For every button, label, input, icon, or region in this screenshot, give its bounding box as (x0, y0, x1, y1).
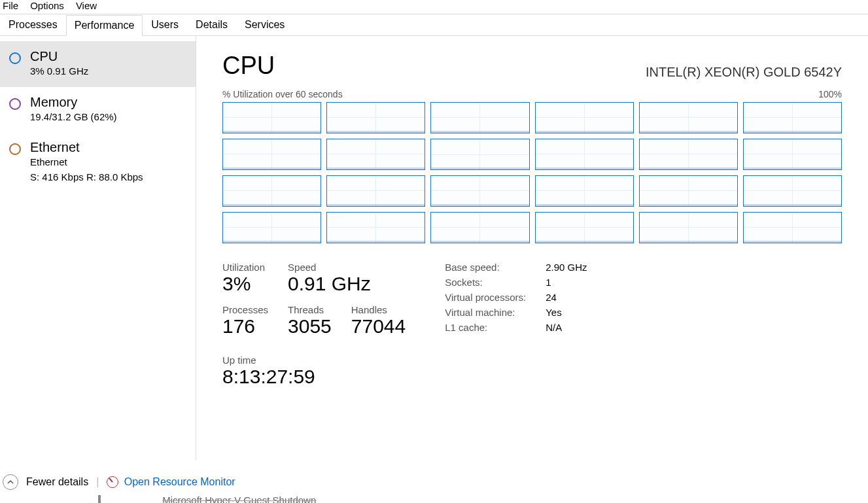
open-resource-monitor-label: Open Resource Monitor (124, 476, 235, 487)
core-chart (430, 175, 529, 207)
sidebar-eth-title: Ethernet (30, 140, 143, 155)
sockets-v: 1 (546, 277, 587, 288)
core-chart (743, 175, 842, 207)
resource-monitor-icon (107, 476, 118, 488)
clipped-background-text: Microsoft Hyper-V Guest Shutdown (98, 494, 316, 503)
fewer-details-toggle[interactable] (3, 474, 18, 490)
core-chart (639, 139, 738, 170)
tab-details[interactable]: Details (187, 14, 236, 35)
l1-k: L1 cache: (445, 322, 526, 333)
core-chart (743, 212, 842, 243)
tab-performance[interactable]: Performance (66, 15, 143, 36)
sidebar-eth-sub2: S: 416 Kbps R: 88.0 Kbps (30, 170, 143, 185)
fewer-details-label[interactable]: Fewer details (26, 476, 88, 488)
tab-processes[interactable]: Processes (0, 14, 66, 35)
tab-bar: Processes Performance Users Details Serv… (0, 14, 868, 36)
core-chart (743, 102, 842, 133)
tab-services[interactable]: Services (236, 14, 293, 35)
metrics-right: Base speed: 2.90 GHz Sockets: 1 Virtual … (445, 262, 587, 393)
vm-v: Yes (546, 307, 587, 318)
tab-users[interactable]: Users (143, 14, 187, 35)
vm-k: Virtual machine: (445, 307, 526, 318)
base-speed-v: 2.90 GHz (546, 262, 587, 273)
cpu-core-grid (222, 102, 842, 243)
core-chart (326, 139, 425, 170)
menu-options[interactable]: Options (30, 0, 64, 11)
processes-value: 176 (222, 315, 268, 338)
util-label: Utilization (222, 262, 268, 273)
chevron-up-icon (7, 479, 14, 485)
core-chart (222, 139, 321, 170)
core-chart (430, 139, 529, 170)
core-chart (639, 102, 738, 133)
page-title: CPU (222, 52, 275, 80)
core-chart (535, 175, 634, 207)
base-speed-k: Base speed: (445, 262, 526, 273)
open-resource-monitor[interactable]: Open Resource Monitor (107, 476, 235, 489)
sidebar-eth-sub1: Ethernet (30, 155, 143, 170)
sidebar-cpu-sub: 3% 0.91 GHz (30, 64, 88, 79)
sidebar-mem-sub: 19.4/31.2 GB (62%) (30, 110, 117, 125)
vprocs-k: Virtual processors: (445, 292, 526, 303)
speed-label: Speed (288, 262, 406, 273)
core-chart (743, 139, 842, 170)
sidebar-mem-title: Memory (30, 95, 117, 110)
uptime-label: Up time (222, 355, 406, 366)
core-chart (326, 102, 425, 133)
handles-value: 77044 (351, 315, 406, 338)
threads-value: 3055 (288, 315, 332, 338)
metrics: Utilization 3% Speed 0.91 GHz Processes … (222, 262, 842, 393)
chart-max: 100% (818, 89, 842, 99)
core-chart (326, 212, 425, 243)
menu-view[interactable]: View (76, 0, 97, 11)
core-chart (222, 212, 321, 243)
core-chart (535, 212, 634, 243)
content-area: CPU 3% 0.91 GHz Memory 19.4/31.2 GB (62%… (0, 36, 868, 460)
threads-label: Threads (288, 304, 332, 315)
chart-label: % Utilization over 60 seconds (222, 89, 343, 99)
main-panel: CPU INTEL(R) XEON(R) GOLD 6542Y % Utiliz… (196, 36, 868, 460)
util-value: 3% (222, 273, 268, 295)
cpu-model: INTEL(R) XEON(R) GOLD 6542Y (646, 65, 842, 80)
uptime-value: 8:13:27:59 (222, 366, 406, 388)
sockets-k: Sockets: (445, 277, 526, 288)
cpu-ring-icon (9, 52, 21, 64)
sidebar-cpu-title: CPU (30, 49, 88, 64)
core-chart (430, 212, 529, 243)
core-chart (639, 175, 738, 207)
sidebar: CPU 3% 0.91 GHz Memory 19.4/31.2 GB (62%… (0, 36, 196, 460)
sidebar-item-cpu[interactable]: CPU 3% 0.91 GHz (0, 41, 196, 87)
processes-label: Processes (222, 304, 268, 315)
menu-bar: File Options View (0, 0, 868, 14)
core-chart (535, 102, 634, 133)
divider: | (96, 476, 99, 488)
resize-handle-icon (98, 495, 101, 503)
sidebar-item-memory[interactable]: Memory 19.4/31.2 GB (62%) (0, 87, 196, 133)
core-chart (222, 175, 321, 207)
vprocs-v: 24 (546, 292, 587, 303)
ethernet-ring-icon (9, 143, 21, 155)
core-chart (535, 139, 634, 170)
footer: Fewer details | Open Resource Monitor (0, 469, 868, 495)
menu-file[interactable]: File (3, 0, 18, 11)
sidebar-item-ethernet[interactable]: Ethernet Ethernet S: 416 Kbps R: 88.0 Kb… (0, 132, 196, 192)
speed-value: 0.91 GHz (288, 273, 406, 295)
core-chart (222, 102, 321, 133)
l1-v: N/A (546, 322, 587, 333)
core-chart (430, 102, 529, 133)
core-chart (639, 212, 738, 243)
handles-label: Handles (351, 304, 406, 315)
memory-ring-icon (9, 98, 21, 110)
core-chart (326, 175, 425, 207)
